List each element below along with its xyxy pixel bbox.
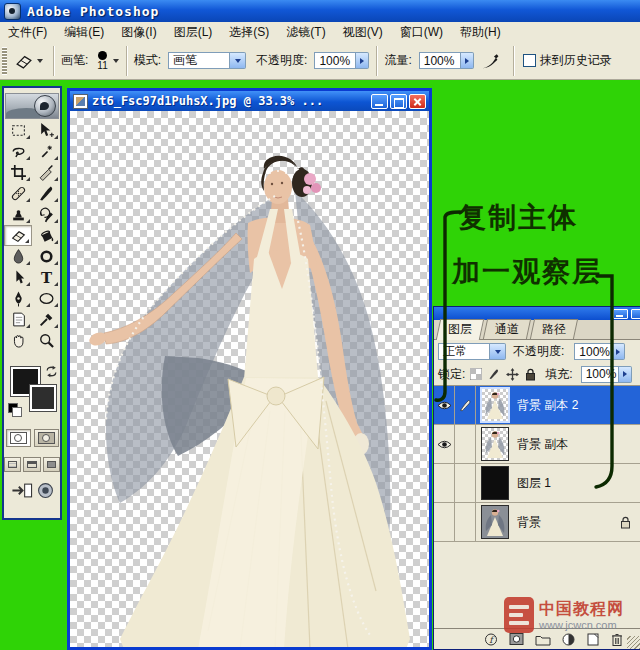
paint-bucket-tool[interactable] [32,225,60,246]
fill-arrow[interactable] [619,366,632,383]
blend-mode-arrow[interactable] [490,343,506,360]
opacity-input[interactable]: 100% [314,52,369,69]
shape-tool[interactable] [32,288,60,309]
menu-select[interactable]: 选择(S) [221,22,278,43]
marquee-tool[interactable] [4,120,32,141]
panel-minimize-button[interactable] [613,309,628,319]
quick-mask-mode-button[interactable] [34,429,59,447]
link-cell[interactable] [455,425,476,463]
app-titlebar[interactable]: Adobe Photoshop [0,0,640,22]
path-selection-tool[interactable] [4,267,32,288]
tab-layers[interactable]: 图层 [436,319,484,340]
background-color-swatch[interactable] [30,385,56,411]
toolbox-banner[interactable] [5,93,59,119]
menu-image[interactable]: 图像(I) [113,22,165,43]
layer-thumbnail[interactable] [481,466,509,500]
notes-tool[interactable] [4,309,32,330]
pen-tool[interactable] [4,288,32,309]
adjustment-layer-button[interactable] [561,632,576,647]
delete-layer-button[interactable] [610,632,624,647]
hand-tool[interactable] [4,330,32,351]
fullscreen-with-menubar-button[interactable] [23,457,40,472]
erase-to-history-option[interactable]: 抹到历史记录 [521,52,612,69]
layer-row-bg-copy-2[interactable]: 背景 副本 2 [434,386,640,425]
menu-layer[interactable]: 图层(L) [166,22,222,43]
crop-tool[interactable] [4,162,32,183]
airbrush-icon[interactable] [480,52,500,70]
blur-tool[interactable] [4,246,32,267]
layer-name[interactable]: 背景 副本 [517,436,640,453]
dodge-tool[interactable] [32,246,60,267]
layer-opacity-input[interactable]: 100% [574,343,625,360]
add-layer-mask-button[interactable] [509,632,525,646]
zoom-tool[interactable] [32,330,60,351]
history-brush-tool[interactable] [32,204,60,225]
active-paint-indicator[interactable] [455,386,476,424]
menu-filter[interactable]: 滤镜(T) [278,22,334,43]
link-cell[interactable] [455,464,476,502]
imageready-logo-icon[interactable] [37,482,54,499]
swap-colors-icon[interactable] [45,365,58,378]
menu-edit[interactable]: 编辑(E) [56,22,113,43]
mode-select[interactable]: 画笔 [168,52,246,69]
jump-arrow-icon[interactable] [11,482,33,499]
tool-preset-picker[interactable] [11,50,46,72]
layer-row-layer-1[interactable]: 图层 1 [434,464,640,503]
new-layer-set-button[interactable] [535,633,551,646]
visibility-toggle[interactable] [434,503,455,541]
document-titlebar[interactable]: zt6_Fsc97d1PuhsX.jpg @ 33.3% ... [70,91,429,111]
visibility-toggle[interactable] [434,386,455,424]
clone-stamp-tool[interactable] [4,204,32,225]
lock-position-icon[interactable] [505,367,519,381]
close-button[interactable] [409,94,426,109]
lock-paint-icon[interactable] [487,367,501,381]
new-layer-button[interactable] [586,632,600,647]
mode-select-arrow[interactable] [230,52,246,69]
layer-name[interactable]: 背景 副本 2 [517,397,640,414]
brush-preset-picker[interactable]: 11 [97,51,107,71]
layer-row-background[interactable]: 背景 [434,503,640,542]
panel-close-button[interactable] [631,309,640,319]
visibility-toggle[interactable] [434,425,455,463]
menu-window[interactable]: 窗口(W) [392,22,452,43]
layer-row-bg-copy[interactable]: 背景 副本 [434,425,640,464]
slice-tool[interactable] [32,162,60,183]
tab-channels[interactable]: 通道 [483,319,531,339]
flow-slider-arrow[interactable] [461,52,474,69]
layer-thumbnail[interactable] [481,427,509,461]
layer-opacity-arrow[interactable] [612,343,625,360]
move-tool[interactable] [32,120,60,141]
lock-all-icon[interactable] [523,367,537,381]
fill-input[interactable]: 100% [581,366,632,383]
visibility-toggle[interactable] [434,464,455,502]
blend-mode-select[interactable]: 正常 [438,343,506,360]
layer-name[interactable]: 背景 [517,514,620,531]
layer-name[interactable]: 图层 1 [517,475,640,492]
lock-transparency-icon[interactable] [469,367,483,381]
options-bar-grip[interactable] [2,47,7,75]
link-cell[interactable] [455,503,476,541]
eraser-tool[interactable] [4,225,32,246]
flow-input[interactable]: 100% [419,52,474,69]
menu-view[interactable]: 视图(V) [335,22,392,43]
maximize-button[interactable] [390,94,407,109]
document-canvas[interactable] [70,111,429,647]
tab-paths[interactable]: 路径 [530,319,578,339]
layer-style-button[interactable]: f [484,632,499,647]
minimize-button[interactable] [371,94,388,109]
standard-screen-mode-button[interactable] [4,457,21,472]
menu-help[interactable]: 帮助(H) [452,22,510,43]
fullscreen-mode-button[interactable] [43,457,60,472]
magic-wand-tool[interactable] [32,141,60,162]
erase-to-history-checkbox[interactable] [523,54,536,67]
eyedropper-tool[interactable] [32,309,60,330]
lasso-tool[interactable] [4,141,32,162]
layer-thumbnail[interactable] [481,505,509,539]
brush-tool[interactable] [32,183,60,204]
healing-brush-tool[interactable] [4,183,32,204]
opacity-slider-arrow[interactable] [356,52,369,69]
standard-mode-button[interactable] [6,429,31,447]
brush-dropdown-arrow[interactable] [113,59,119,63]
default-colors-icon[interactable] [8,403,22,417]
panel-resize-grip[interactable] [627,636,640,649]
